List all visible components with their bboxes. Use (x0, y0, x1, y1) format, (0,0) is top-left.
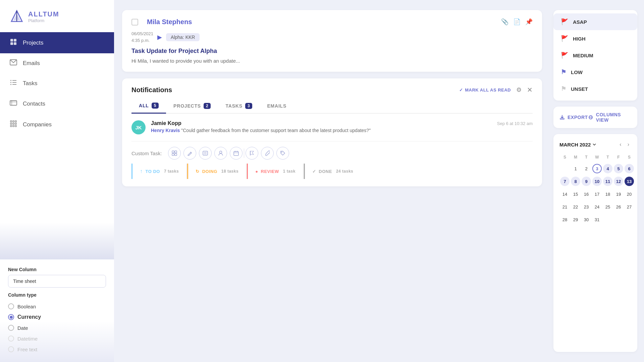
status-todo[interactable]: ↑ TO DO 7 tasks (131, 164, 186, 179)
columns-view-button[interactable]: COLUMNS VIEW (588, 112, 631, 123)
svg-rect-22 (15, 123, 16, 124)
flag-icon-low: ⚑ (561, 68, 566, 76)
task-icon-tag[interactable] (276, 147, 289, 160)
calendar-day[interactable]: 21 (559, 200, 570, 213)
status-review[interactable]: ● REVIEW 1 task (247, 164, 303, 179)
calendar-day[interactable]: 25 (602, 200, 613, 213)
calendar-day[interactable]: 13 (624, 175, 635, 188)
calendar-day[interactable]: 8 (570, 175, 581, 188)
radio-freetext[interactable]: Free text (8, 344, 106, 355)
status-done[interactable]: ✓ DONE 24 tasks (304, 164, 361, 179)
task-icon-user[interactable] (214, 147, 227, 160)
calendar-day[interactable]: 6 (624, 162, 635, 175)
svg-rect-35 (234, 152, 238, 156)
email-date: 06/05/2021 4:35 p.m. (131, 31, 153, 44)
sidebar: ALLTUM Platform Projects Emails Tasks (0, 0, 114, 362)
calendar-day[interactable]: 30 (581, 213, 592, 226)
sidebar-item-contacts[interactable]: Contacts (0, 94, 114, 114)
radio-label-currency: Currency (17, 314, 41, 320)
calendar-day[interactable]: 19 (613, 188, 624, 200)
priority-high[interactable]: 🚩 HIGH (553, 30, 637, 47)
calendar-prev-button[interactable]: ‹ (618, 141, 623, 148)
calendar-day[interactable]: 11 (602, 175, 613, 188)
radio-circle-date (8, 325, 14, 331)
calendar-day[interactable]: 12 (613, 175, 624, 188)
calendar-day[interactable]: 22 (570, 200, 581, 213)
calendar-day[interactable]: 7 (559, 175, 570, 188)
task-icon-flag[interactable] (246, 147, 258, 160)
calendar-day[interactable]: 29 (570, 213, 581, 226)
priority-unset[interactable]: ⚑ UNSET (553, 80, 637, 97)
calendar-day[interactable]: 15 (570, 188, 581, 200)
export-button[interactable]: EXPORT (559, 115, 588, 120)
svg-point-13 (10, 84, 11, 85)
radio-date[interactable]: Date (8, 322, 106, 333)
sidebar-item-companies[interactable]: Companies (0, 114, 114, 135)
task-icon-list[interactable] (199, 147, 212, 160)
pin-icon[interactable]: 📌 (525, 18, 533, 25)
email-checkbox[interactable] (131, 19, 138, 25)
calendar-day[interactable]: 4 (602, 162, 613, 175)
svg-rect-4 (14, 39, 16, 42)
settings-icon[interactable]: ⚙ (516, 86, 522, 94)
calendar-day[interactable]: 3 (592, 162, 602, 175)
task-icon-calendar[interactable] (230, 147, 243, 160)
calendar-day[interactable]: 26 (613, 200, 624, 213)
calendar-day[interactable]: 31 (592, 213, 602, 226)
calendar-day[interactable]: 9 (581, 175, 592, 188)
calendar-day[interactable]: 28 (559, 213, 570, 226)
new-column-input[interactable] (8, 275, 106, 288)
calendar-month-button[interactable]: MARCH 2022 (559, 142, 596, 147)
attachment-icon[interactable]: 📎 (501, 18, 508, 25)
radio-currency[interactable]: Currency (8, 312, 106, 322)
calendar-day[interactable]: 20 (624, 188, 635, 200)
close-icon[interactable]: ✕ (527, 86, 533, 94)
priority-label-unset: UNSET (571, 86, 588, 92)
notifications-tabs: ALL 5 PROJECTS 2 TASKS 3 EMAILS (131, 99, 533, 114)
todo-count: 7 tasks (164, 169, 179, 174)
document-icon[interactable]: 📄 (513, 18, 521, 25)
calendar-day[interactable]: 23 (581, 200, 592, 213)
sidebar-item-emails[interactable]: Emails (0, 53, 114, 73)
calendar-day[interactable]: 16 (581, 188, 592, 200)
task-icon-edit[interactable] (183, 147, 196, 160)
task-icon-attach[interactable] (261, 147, 274, 160)
sidebar-item-projects[interactable]: Projects (0, 32, 114, 53)
email-subject: Task Update for Project Alpha (131, 48, 533, 55)
calendar-day[interactable]: 14 (559, 188, 570, 200)
done-label: DONE (319, 169, 332, 174)
status-doing[interactable]: ↻ DOING 18 tasks (187, 164, 246, 179)
calendar-day[interactable]: 18 (602, 188, 613, 200)
right-panel: 🚩 ASAP 🚩 HIGH 🚩 MEDIUM ⚑ LOW ⚑ UNSET EXP… (550, 0, 644, 362)
radio-datetime[interactable]: Datetime (8, 333, 106, 344)
svg-rect-29 (175, 154, 177, 156)
calendar-day[interactable]: 2 (581, 162, 592, 175)
email-card: Mila Stephens 📎 📄 📌 06/05/2021 4:35 p.m.… (122, 10, 542, 72)
svg-rect-21 (13, 123, 14, 124)
calendar-day-number: 2 (582, 164, 591, 173)
calendar-day-number: 5 (614, 164, 623, 173)
tab-tasks[interactable]: TASKS 3 (218, 99, 260, 113)
task-icon-grid[interactable] (168, 147, 181, 160)
priority-medium[interactable]: 🚩 MEDIUM (553, 47, 637, 64)
review-icon: ● (255, 169, 258, 174)
calendar-day[interactable]: 1 (570, 162, 581, 175)
tab-emails[interactable]: EMAILS (260, 99, 294, 113)
notif-message: Henry Kravis "Could gather feedback from… (151, 128, 533, 133)
done-icon: ✓ (312, 169, 316, 174)
calendar-day[interactable]: 27 (624, 200, 635, 213)
mark-all-read-button[interactable]: ✓ MARK ALL AS READ (459, 87, 511, 93)
tab-all[interactable]: ALL 5 (131, 99, 166, 114)
priority-low[interactable]: ⚑ LOW (553, 64, 637, 80)
calendar-day[interactable]: 10 (592, 175, 602, 188)
radio-boolean[interactable]: Boolean (8, 301, 106, 312)
tab-projects[interactable]: PROJECTS 2 (166, 99, 218, 113)
calendar-day[interactable]: 5 (613, 162, 624, 175)
calendar-day[interactable]: 24 (592, 200, 602, 213)
priority-asap[interactable]: 🚩 ASAP (553, 13, 637, 30)
calendar-day (613, 213, 624, 226)
custom-task-row: Custom Task: (131, 141, 533, 161)
calendar-day[interactable]: 17 (592, 188, 602, 200)
calendar-next-button[interactable]: › (626, 141, 631, 148)
sidebar-item-tasks[interactable]: Tasks (0, 73, 114, 94)
